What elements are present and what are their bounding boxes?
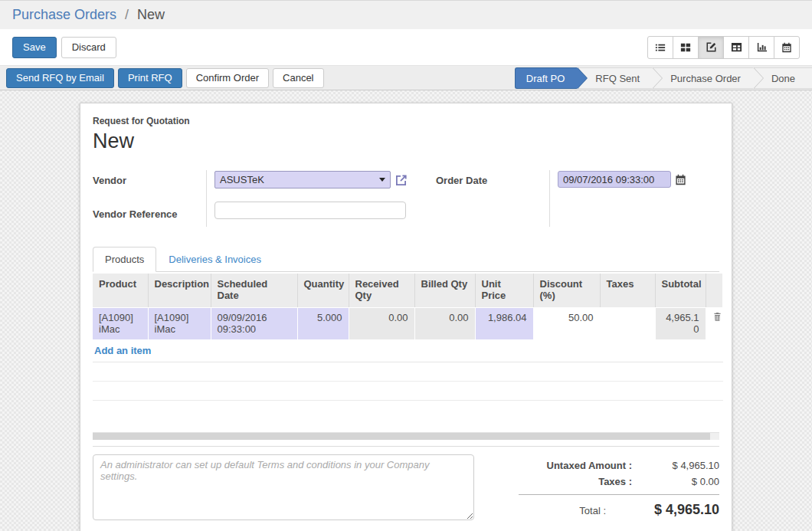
pivot-view-button[interactable] bbox=[723, 36, 749, 59]
delete-row-button[interactable] bbox=[706, 307, 722, 339]
taxes-label: Taxes : bbox=[519, 476, 646, 487]
column-header-product: Product bbox=[93, 274, 148, 307]
discard-button[interactable]: Discard bbox=[61, 37, 116, 58]
breadcrumb-current: New bbox=[137, 7, 165, 22]
vendor-select[interactable]: ASUSTeK bbox=[214, 171, 391, 188]
confirm-order-button[interactable]: Confirm Order bbox=[186, 68, 269, 88]
status-step-purchase-order[interactable]: Purchase Order bbox=[652, 67, 753, 89]
save-button[interactable]: Save bbox=[12, 37, 57, 58]
calendar-icon bbox=[781, 42, 792, 53]
breadcrumb: Purchase Orders / New bbox=[12, 7, 165, 23]
cancel-button[interactable]: Cancel bbox=[273, 68, 323, 88]
cell-billed-qty: 0.00 bbox=[414, 307, 475, 339]
untaxed-amount-value: $ 4,965.10 bbox=[646, 460, 719, 471]
cell-description[interactable]: [A1090] iMac bbox=[148, 307, 211, 339]
print-rfq-button[interactable]: Print RFQ bbox=[118, 68, 182, 88]
notebook-tabs: Products Deliveries & Invoices bbox=[93, 247, 719, 272]
page-title: New bbox=[93, 129, 719, 153]
status-bar: Draft PO RFQ Sent Purchase Order Done bbox=[515, 67, 812, 89]
top-bar: Purchase Orders / New bbox=[0, 0, 812, 29]
vendor-reference-input[interactable] bbox=[214, 202, 406, 219]
graph-view-button[interactable] bbox=[748, 36, 774, 59]
table-row: [A1090] iMac [A1090] iMac 09/09/2016 09:… bbox=[93, 307, 722, 339]
cell-quantity[interactable]: 5.000 bbox=[297, 307, 349, 339]
breadcrumb-purchase-orders[interactable]: Purchase Orders bbox=[12, 7, 116, 22]
trash-icon bbox=[712, 312, 716, 322]
field-groups: Vendor Vendor Reference ASUSTeK bbox=[93, 170, 719, 227]
total-row: Total : $ 4,965.10 bbox=[519, 498, 719, 520]
total-label: Total : bbox=[519, 505, 620, 516]
cell-unit-price[interactable]: 1,986.04 bbox=[475, 307, 533, 339]
section-divider bbox=[93, 446, 719, 447]
chevron-down-icon bbox=[379, 178, 385, 182]
send-rfq-by-email-button[interactable]: Send RFQ by Email bbox=[6, 68, 114, 88]
empty-row bbox=[93, 362, 722, 382]
empty-row bbox=[93, 382, 722, 401]
calendar-view-button[interactable] bbox=[774, 36, 800, 59]
action-bar: Send RFQ by Email Print RFQ Confirm Orde… bbox=[0, 65, 812, 90]
column-header-discount: Discount (%) bbox=[533, 274, 600, 307]
taxes-row: Taxes : $ 0.00 bbox=[519, 474, 719, 490]
untaxed-amount-label: Untaxed Amount : bbox=[519, 460, 646, 471]
horizontal-scrollbar-thumb[interactable] bbox=[93, 433, 710, 440]
form-icon bbox=[706, 41, 717, 53]
form-view-button[interactable] bbox=[698, 36, 724, 59]
form-sheet: Request for Quotation New Vendor Vendor … bbox=[80, 103, 732, 531]
column-header-taxes: Taxes bbox=[600, 274, 655, 307]
cell-scheduled-date[interactable]: 09/09/2016 09:33:00 bbox=[211, 307, 297, 339]
bottom-section: Untaxed Amount : $ 4,965.10 Taxes : $ 0.… bbox=[93, 454, 719, 520]
cell-received-qty: 0.00 bbox=[349, 307, 414, 339]
totals-panel: Untaxed Amount : $ 4,965.10 Taxes : $ 0.… bbox=[519, 454, 719, 520]
column-header-subtotal: Subtotal bbox=[655, 274, 706, 307]
order-date-input[interactable] bbox=[558, 171, 671, 188]
tab-products[interactable]: Products bbox=[93, 247, 156, 272]
column-header-unit-price: Unit Price bbox=[475, 274, 533, 307]
empty-row bbox=[93, 401, 722, 420]
table-header-row: Product Description Scheduled Date Quant… bbox=[93, 274, 722, 307]
status-step-rfq-sent[interactable]: RFQ Sent bbox=[577, 67, 652, 89]
cell-subtotal: 4,965.10 bbox=[655, 307, 706, 339]
list-view-button[interactable] bbox=[647, 36, 673, 59]
pivot-icon bbox=[731, 41, 742, 53]
column-header-scheduled-date: Scheduled Date bbox=[211, 274, 297, 307]
add-an-item-link[interactable]: Add an item bbox=[94, 345, 151, 356]
terms-and-conditions-textarea[interactable] bbox=[93, 454, 474, 520]
taxes-value: $ 0.00 bbox=[646, 476, 719, 487]
list-icon bbox=[655, 42, 666, 53]
breadcrumb-separator: / bbox=[125, 7, 129, 22]
external-link-icon[interactable] bbox=[395, 171, 408, 188]
total-value: $ 4,965.10 bbox=[620, 502, 719, 518]
column-header-actions bbox=[706, 274, 722, 307]
order-date-label: Order Date bbox=[436, 172, 549, 198]
cell-product[interactable]: [A1090] iMac bbox=[93, 307, 148, 339]
untaxed-amount-row: Untaxed Amount : $ 4,965.10 bbox=[519, 457, 719, 474]
calendar-picker-icon[interactable] bbox=[675, 171, 686, 188]
column-header-description: Description bbox=[148, 274, 211, 307]
column-header-received-qty: Received Qty bbox=[349, 274, 414, 307]
vendor-select-value: ASUSTeK bbox=[220, 174, 264, 185]
toolbar: Save Discard bbox=[0, 29, 812, 65]
vendor-label: Vendor bbox=[93, 172, 206, 198]
order-lines-table: Product Description Scheduled Date Quant… bbox=[93, 274, 723, 420]
add-item-row: Add an item bbox=[93, 339, 722, 362]
kanban-icon bbox=[680, 42, 691, 53]
form-subtitle: Request for Quotation bbox=[93, 116, 719, 126]
graph-icon bbox=[756, 41, 768, 53]
status-step-draft-po[interactable]: Draft PO bbox=[515, 67, 578, 89]
kanban-view-button[interactable] bbox=[673, 36, 699, 59]
content-area: Request for Quotation New Vendor Vendor … bbox=[0, 90, 812, 531]
vendor-reference-label: Vendor Reference bbox=[93, 206, 206, 223]
column-header-quantity: Quantity bbox=[297, 274, 349, 307]
cell-discount[interactable]: 50.00 bbox=[533, 307, 600, 339]
totals-divider bbox=[519, 494, 719, 495]
view-switcher bbox=[647, 36, 800, 59]
left-field-group: Vendor Vendor Reference ASUSTeK bbox=[93, 170, 430, 227]
cell-taxes[interactable] bbox=[600, 307, 655, 339]
right-field-group: Order Date bbox=[436, 170, 712, 227]
tab-deliveries-invoices[interactable]: Deliveries & Invoices bbox=[156, 247, 273, 272]
column-header-billed-qty: Billed Qty bbox=[414, 274, 475, 307]
horizontal-scrollbar bbox=[93, 432, 719, 440]
